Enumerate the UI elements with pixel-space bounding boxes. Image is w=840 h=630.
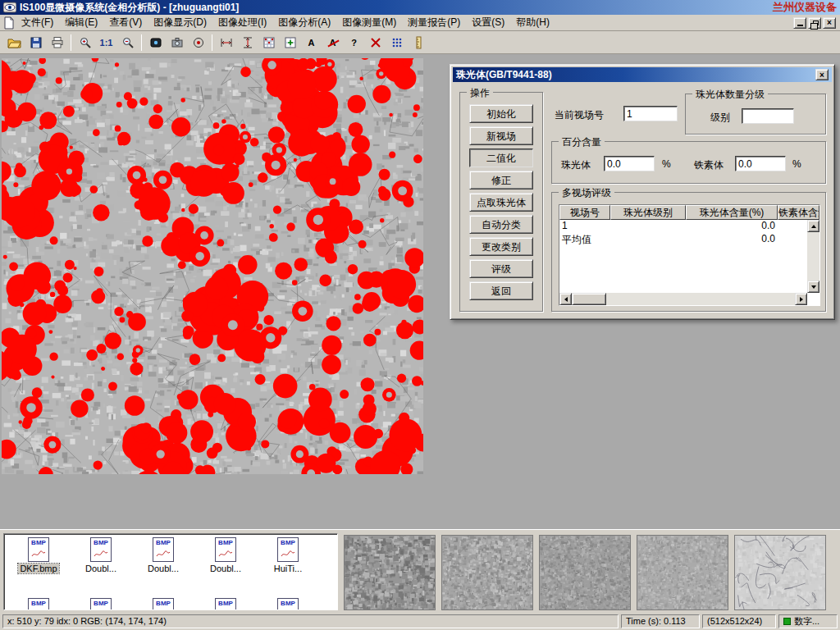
count-grid-button[interactable] [258,33,279,52]
rate-button[interactable]: 评级 [469,259,533,278]
menu-file[interactable]: 文件(F) [16,14,59,31]
measure-vertical-button[interactable] [237,33,258,52]
auto-classify-button[interactable]: 自动分类 [469,215,533,234]
grade-input[interactable] [742,108,794,124]
grading-group: 珠光体数量分级 级别 [685,94,826,135]
change-class-button[interactable]: 更改类别 [469,237,533,256]
menu-edit[interactable]: 编辑(E) [59,14,103,31]
col-header-grade[interactable]: 珠光体级别 [610,205,686,220]
init-button[interactable]: 初始化 [469,104,533,123]
thumbnail-image[interactable] [734,535,826,610]
scroll-thumb[interactable] [572,293,606,305]
file-item[interactable]: BMP DKF.bmp [7,537,70,576]
thumbnail-image[interactable] [637,535,728,610]
new-field-button[interactable]: 新视场 [469,126,533,145]
help-button[interactable]: ? [344,33,364,52]
file-item[interactable]: BMP [7,598,70,610]
save-button[interactable] [25,33,46,52]
thumbnail-image[interactable] [539,535,631,610]
target-button[interactable] [188,33,208,52]
col-header-field[interactable]: 视场号 [559,205,610,220]
file-item[interactable]: BMP [257,598,319,610]
menu-settings[interactable]: 设置(S) [466,14,510,31]
horizontal-scrollbar[interactable] [559,293,807,305]
close-button[interactable]: × [823,17,836,29]
measure-horizontal-button[interactable] [216,33,236,52]
menu-image-display[interactable]: 图像显示(D) [148,14,212,31]
bmp-label: BMP [92,600,110,607]
file-item[interactable]: BMP [194,598,257,610]
bmp-file-icon: BMP [153,598,174,610]
close-icon: × [827,19,832,27]
col-header-pearlite[interactable]: 珠光体含量(%) [686,205,778,220]
file-name[interactable]: HuiTi... [272,564,304,573]
menu-view[interactable]: 查看(V) [103,14,148,31]
bmp-label: BMP [154,539,172,546]
thumbnail-image[interactable] [344,535,436,610]
scroll-track[interactable] [807,232,819,281]
minimize-button[interactable] [793,17,806,29]
point-grid-button[interactable] [386,33,407,52]
text-delete-button[interactable]: A [322,33,343,52]
table-cell: 平均值 [559,233,610,246]
scroll-down-button[interactable] [807,281,819,293]
file-item[interactable]: BMP Doubl... [70,537,132,576]
text-label-button[interactable]: A [301,33,322,52]
file-item[interactable]: BMP [70,598,132,610]
thumbnail-image[interactable] [441,535,533,610]
open-file-icon [7,36,21,49]
print-button[interactable] [47,33,67,52]
capture-button[interactable] [167,33,187,52]
table-row[interactable]: 1 0.0 [559,220,819,233]
bmp-scribble-icon [217,550,234,559]
dialog-close-button[interactable]: × [815,69,829,80]
return-button[interactable]: 返回 [469,281,533,300]
menu-image-analysis[interactable]: 图像分析(A) [272,14,336,31]
menu-image-process[interactable]: 图像处理(I) [212,14,272,31]
bmp-file-icon: BMP [28,598,49,610]
open-file-button[interactable] [4,33,25,52]
correct-button[interactable]: 修正 [469,171,533,189]
dialog-title-bar[interactable]: 珠光体(GB/T9441-88) × [453,67,832,82]
binarize-button[interactable]: 二值化 [469,148,533,167]
vertical-scrollbar[interactable] [807,220,819,293]
multi-field-group: 多视场评级 视场号 珠光体级别 珠光体含量(%) 铁素体含量 1 0.0 [551,192,826,312]
pearlite-percent-input[interactable] [604,156,655,171]
delete-selection-button[interactable] [365,33,386,52]
menu-image-measure[interactable]: 图像测量(M) [336,14,402,31]
menu-measure-report[interactable]: 测量报告(P) [402,14,466,31]
file-name[interactable]: Doubl... [84,564,118,573]
current-field-input[interactable] [623,106,678,121]
scroll-right-button[interactable] [795,293,807,305]
pick-pearlite-button[interactable]: 点取珠光体 [469,193,533,212]
add-grid-button[interactable] [280,33,300,52]
file-name[interactable]: Doubl... [146,564,180,573]
ruler-button[interactable] [408,33,428,52]
menu-help[interactable]: 帮助(H) [510,14,555,31]
col-header-ferrite[interactable]: 铁素体含量 [778,205,819,220]
scroll-track[interactable] [606,293,795,305]
file-item[interactable]: BMP Doubl... [132,537,194,576]
scroll-left-button[interactable] [559,293,572,305]
table-cell [610,233,686,246]
file-name[interactable]: DKF.bmp [18,564,58,573]
actual-size-button[interactable]: 1:1 [96,33,116,52]
file-item[interactable]: BMP Doubl... [194,537,257,576]
vendor-watermark: 兰州仪器设备 [773,0,837,15]
file-name[interactable]: Doubl... [208,564,243,573]
zoom-in-button[interactable] [75,33,95,52]
ferrite-percent-input[interactable] [735,156,786,171]
pearlite-dialog: 珠光体(GB/T9441-88) × 操作 初始化 新视场 二值化 修正 点取珠… [450,64,835,320]
dialog-body: 操作 初始化 新视场 二值化 修正 点取珠光体 自动分类 更改类别 评级 返回 … [453,82,832,317]
preview-button[interactable] [145,33,166,52]
document-icon[interactable] [2,16,16,30]
file-item[interactable]: BMP [132,598,194,610]
specimen-image[interactable] [2,58,423,474]
restore-button[interactable] [808,17,821,29]
file-item[interactable]: BMP HuiTi... [257,537,319,576]
zoom-out-button[interactable] [117,33,138,52]
bmp-file-icon: BMP [153,537,174,562]
window-title: IS100显微摄像系统(金相分析版) - [zhuguangti01] [20,1,239,15]
table-row[interactable]: 平均值 0.0 [559,233,819,246]
scroll-up-button[interactable] [807,220,819,232]
